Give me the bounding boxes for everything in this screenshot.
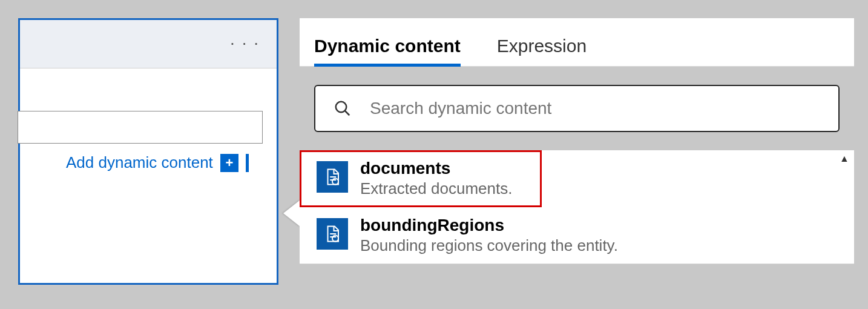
action-card-header: · · · xyxy=(20,20,277,68)
search-input[interactable] xyxy=(370,99,820,118)
result-title: boundingRegions xyxy=(360,216,618,235)
results-list: ▲ documents Extracted documents. xyxy=(300,150,854,264)
result-text: boundingRegions Bounding regions coverin… xyxy=(360,216,618,255)
action-card-body: Add dynamic content + xyxy=(20,68,277,283)
tab-expression[interactable]: Expression xyxy=(497,36,587,66)
insert-indicator-icon xyxy=(246,154,249,172)
result-item-documents[interactable]: documents Extracted documents. xyxy=(300,150,542,207)
document-icon xyxy=(317,161,348,193)
svg-point-0 xyxy=(336,102,347,113)
plus-icon: + xyxy=(225,156,233,170)
more-options-icon[interactable]: · · · xyxy=(230,33,260,53)
scroll-up-icon[interactable]: ▲ xyxy=(837,153,852,165)
search-area xyxy=(300,67,854,150)
add-dynamic-content-plus-button[interactable]: + xyxy=(220,154,238,172)
result-desc: Bounding regions covering the entity. xyxy=(360,236,618,255)
svg-line-1 xyxy=(345,111,350,116)
expression-input[interactable] xyxy=(18,111,263,144)
tab-bar: Dynamic content Expression xyxy=(300,18,854,67)
tab-dynamic-content[interactable]: Dynamic content xyxy=(314,36,461,66)
search-icon xyxy=(334,99,352,118)
flyout-caret-icon xyxy=(283,200,300,227)
result-desc: Extracted documents. xyxy=(360,179,512,198)
search-box[interactable] xyxy=(314,85,840,132)
action-card: · · · Add dynamic content + xyxy=(18,18,278,285)
add-dynamic-content-link[interactable]: Add dynamic content xyxy=(66,153,213,172)
result-title: documents xyxy=(360,159,512,178)
dynamic-content-panel: Dynamic content Expression ▲ xyxy=(300,18,854,285)
document-icon xyxy=(317,218,348,250)
result-text: documents Extracted documents. xyxy=(360,159,512,198)
result-item-boundingregions[interactable]: boundingRegions Bounding regions coverin… xyxy=(300,207,854,264)
add-dynamic-content-row: Add dynamic content + xyxy=(66,153,249,172)
